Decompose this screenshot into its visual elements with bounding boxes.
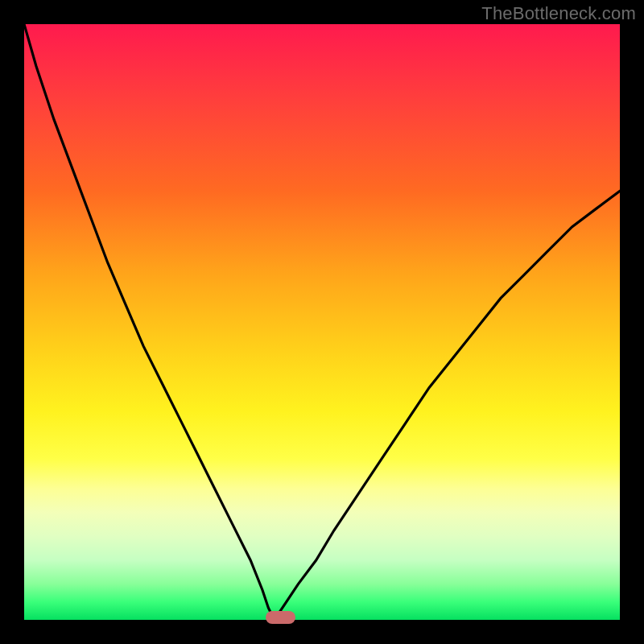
left-branch-curve [24, 24, 275, 620]
cusp-marker [266, 611, 296, 624]
right-branch-curve [275, 191, 620, 620]
plot-area [24, 24, 620, 620]
curve-layer [24, 24, 620, 620]
watermark-text: TheBottleneck.com [481, 3, 636, 24]
chart-frame: TheBottleneck.com [0, 0, 644, 644]
